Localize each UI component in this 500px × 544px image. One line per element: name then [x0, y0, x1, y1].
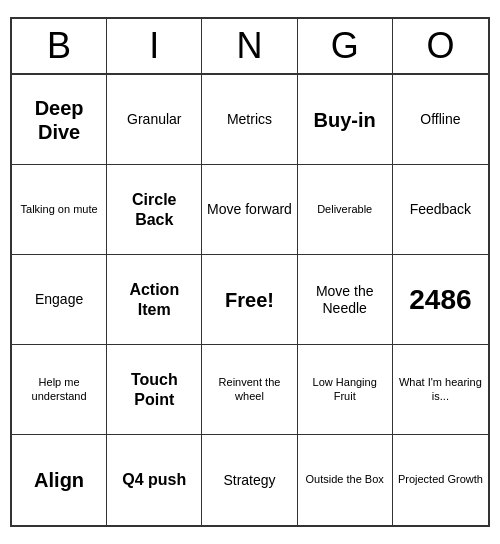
bingo-cell-15[interactable]: Help me understand: [12, 345, 107, 435]
bingo-cell-11[interactable]: Action Item: [107, 255, 202, 345]
bingo-cell-8[interactable]: Deliverable: [298, 165, 393, 255]
bingo-cell-20[interactable]: Align: [12, 435, 107, 525]
bingo-cell-12[interactable]: Free!: [202, 255, 297, 345]
bingo-cell-18[interactable]: Low Hanging Fruit: [298, 345, 393, 435]
bingo-cell-6[interactable]: Circle Back: [107, 165, 202, 255]
bingo-grid: Deep DiveGranularMetricsBuy-inOfflineTal…: [12, 75, 488, 525]
bingo-header: BINGO: [12, 19, 488, 75]
bingo-letter-O: O: [393, 19, 488, 73]
bingo-cell-21[interactable]: Q4 push: [107, 435, 202, 525]
bingo-letter-G: G: [298, 19, 393, 73]
bingo-cell-23[interactable]: Outside the Box: [298, 435, 393, 525]
bingo-cell-5[interactable]: Talking on mute: [12, 165, 107, 255]
bingo-cell-19[interactable]: What I'm hearing is...: [393, 345, 488, 435]
bingo-cell-14[interactable]: 2486: [393, 255, 488, 345]
bingo-board: BINGO Deep DiveGranularMetricsBuy-inOffl…: [10, 17, 490, 527]
bingo-cell-17[interactable]: Reinvent the wheel: [202, 345, 297, 435]
bingo-cell-10[interactable]: Engage: [12, 255, 107, 345]
bingo-cell-1[interactable]: Granular: [107, 75, 202, 165]
bingo-cell-9[interactable]: Feedback: [393, 165, 488, 255]
bingo-cell-16[interactable]: Touch Point: [107, 345, 202, 435]
bingo-cell-2[interactable]: Metrics: [202, 75, 297, 165]
bingo-cell-24[interactable]: Projected Growth: [393, 435, 488, 525]
bingo-cell-7[interactable]: Move forward: [202, 165, 297, 255]
bingo-letter-N: N: [202, 19, 297, 73]
bingo-cell-4[interactable]: Offline: [393, 75, 488, 165]
bingo-cell-22[interactable]: Strategy: [202, 435, 297, 525]
bingo-cell-0[interactable]: Deep Dive: [12, 75, 107, 165]
bingo-cell-3[interactable]: Buy-in: [298, 75, 393, 165]
bingo-letter-B: B: [12, 19, 107, 73]
bingo-letter-I: I: [107, 19, 202, 73]
bingo-cell-13[interactable]: Move the Needle: [298, 255, 393, 345]
